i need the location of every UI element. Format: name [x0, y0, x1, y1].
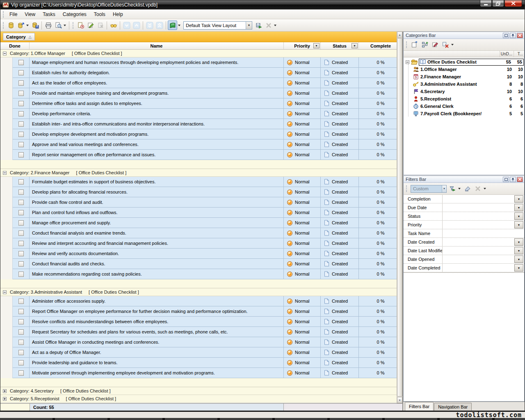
move-down-button[interactable]	[122, 21, 131, 30]
status-cell[interactable]: Created	[321, 358, 359, 368]
task-name-cell[interactable]: Provide and maintain employee training a…	[30, 88, 284, 98]
task-name-cell[interactable]: Provide leadership and guidance to teams…	[30, 358, 284, 368]
edit-task-button[interactable]	[86, 21, 95, 30]
status-cell[interactable]: Created	[321, 249, 359, 259]
collapse-icon[interactable]	[3, 290, 7, 294]
collapse-icon[interactable]	[3, 171, 7, 175]
save-filter-dropdown-icon[interactable]	[458, 188, 461, 189]
categories-pin-button[interactable]	[510, 33, 516, 38]
save-layout-button[interactable]	[254, 21, 263, 30]
task-checkbox[interactable]	[18, 360, 24, 365]
filters-close-button[interactable]	[517, 177, 523, 182]
task-name-cell[interactable]: Assist Office Manager in conducting meet…	[30, 337, 284, 347]
priority-cell[interactable]: Normal	[284, 327, 321, 337]
task-checkbox[interactable]	[18, 241, 24, 246]
column-header-complete[interactable]: Complete	[359, 42, 402, 49]
task-checkbox[interactable]	[18, 350, 24, 355]
categories-close-button[interactable]	[517, 33, 523, 38]
task-name-cell[interactable]: Conduct financial analysis and examine t…	[30, 228, 284, 238]
status-cell[interactable]: Created	[321, 337, 359, 347]
categories-float-button[interactable]	[503, 33, 509, 38]
task-name-cell[interactable]: Determine office tasks and assign duties…	[30, 98, 284, 109]
task-row[interactable]: Provide and maintain employee training a…	[0, 88, 402, 98]
task-name-cell[interactable]: Make recommendations regarding cost savi…	[30, 269, 284, 279]
filter-dropdown-icon[interactable]: ▼	[514, 247, 523, 254]
move-bottom-button[interactable]	[145, 21, 154, 30]
priority-cell[interactable]: Normal	[284, 337, 321, 347]
priority-cell[interactable]: Normal	[284, 368, 321, 378]
status-cell[interactable]: Created	[321, 238, 359, 249]
task-row[interactable]: Make recommendations regarding cost savi…	[0, 269, 402, 279]
priority-cell[interactable]: Normal	[284, 197, 321, 208]
filters-pin-button[interactable]	[510, 177, 516, 182]
status-cell[interactable]: Created	[321, 208, 359, 218]
expand-icon[interactable]	[3, 397, 7, 401]
task-checkbox[interactable]	[18, 220, 24, 226]
delete-category-button[interactable]	[441, 40, 450, 50]
task-row[interactable]: Request Secretary for schedules and plan…	[0, 327, 402, 337]
status-cell[interactable]: Created	[321, 98, 359, 109]
view-tasks-button[interactable]	[109, 21, 118, 30]
task-row[interactable]: Develop performance criteria.NormalCreat…	[0, 109, 402, 119]
category-sort-button[interactable]: Category △	[3, 33, 35, 41]
priority-cell[interactable]: Normal	[284, 78, 321, 88]
priority-cell[interactable]: Normal	[284, 98, 321, 109]
new-database-button[interactable]	[6, 21, 16, 30]
task-name-cell[interactable]: Develop plans for allocating financial r…	[30, 187, 284, 197]
task-checkbox[interactable]	[18, 251, 24, 256]
status-cell[interactable]: Created	[321, 68, 359, 78]
task-checkbox[interactable]	[18, 370, 24, 376]
tree-category-row[interactable]: 6.General Clerk66	[404, 103, 524, 110]
task-row[interactable]: Review and interpret accounting and fina…	[0, 238, 402, 249]
tree-category-row[interactable]: 1.Office Manager1010	[404, 66, 524, 73]
layout-combo[interactable]: Default Task View Layout ▼	[183, 21, 252, 30]
title-bar[interactable]: Vip organizer [C:\Users\dmitry\Desktop\O…	[0, 0, 525, 9]
task-name-cell[interactable]: Provide cash flow control and audit.	[30, 197, 284, 208]
column-header-priority[interactable]: Priority▼	[284, 42, 321, 49]
task-name-cell[interactable]: Approve and lead various meetings and co…	[30, 139, 284, 150]
task-name-cell[interactable]: Review and verify accounts documentation…	[30, 249, 284, 259]
category-group-row[interactable]: Category: 1.Office Manager[ Office Dutie…	[0, 50, 402, 57]
filter-value-field[interactable]	[443, 238, 514, 246]
column-header-name[interactable]: Name	[30, 42, 284, 49]
priority-cell[interactable]: Normal	[284, 68, 321, 78]
task-name-cell[interactable]: Formulate budget estimates in support of…	[30, 177, 284, 187]
task-row[interactable]: Provide leadership and guidance to teams…	[0, 358, 402, 368]
categories-overflow-icon[interactable]	[451, 44, 454, 46]
task-row[interactable]: Approve and lead various meetings and co…	[0, 139, 402, 150]
filter-dropdown-icon[interactable]: ▼	[514, 264, 523, 272]
priority-cell[interactable]: Normal	[284, 150, 321, 160]
tab-filters-bar[interactable]: Filters Bar	[405, 402, 434, 411]
status-cell[interactable]: Created	[321, 259, 359, 269]
task-checkbox[interactable]	[18, 210, 24, 215]
filter-dropdown-icon[interactable]: ▼	[514, 238, 523, 246]
status-cell[interactable]: Created	[321, 296, 359, 306]
save-filter-button[interactable]	[447, 184, 457, 194]
priority-cell[interactable]: Normal	[284, 317, 321, 327]
task-name-cell[interactable]: Plan and control fund inflows and outflo…	[30, 208, 284, 218]
task-row[interactable]: Administer office accessories supply.Nor…	[0, 296, 402, 306]
task-row[interactable]: Report Office Manager on employee perfor…	[0, 306, 402, 317]
filter-value-field[interactable]	[443, 221, 514, 229]
task-checkbox[interactable]	[18, 309, 24, 314]
filter-preset-dropdown-icon[interactable]: ▼	[442, 185, 446, 192]
task-checkbox[interactable]	[18, 319, 24, 324]
delete-layout-button[interactable]	[264, 21, 273, 30]
menu-item-file[interactable]: File	[6, 10, 21, 18]
priority-cell[interactable]: Normal	[284, 249, 321, 259]
clear-filter-button[interactable]	[463, 184, 472, 194]
task-row[interactable]: Establish inter- and intra-office commun…	[0, 119, 402, 129]
status-cell[interactable]: Created	[321, 327, 359, 337]
status-cell[interactable]: Created	[321, 269, 359, 279]
task-name-cell[interactable]: Act as a deputy of Office Manager.	[30, 347, 284, 358]
new-category-button[interactable]	[420, 40, 429, 50]
status-cell[interactable]: Created	[321, 228, 359, 238]
task-row[interactable]: Determine office tasks and assign duties…	[0, 98, 402, 109]
tree-category-row[interactable]: 5.Receptionist66	[404, 95, 524, 103]
category-group-row[interactable]: Category: 5.Receptionist[ Office Duties …	[0, 395, 402, 403]
scrollbar-thumb[interactable]	[397, 38, 402, 397]
task-row[interactable]: Report senior management on office perfo…	[0, 150, 402, 160]
category-group-row[interactable]: Category: 4.Secretary[ Office Duties Che…	[0, 387, 402, 395]
menu-item-help[interactable]: Help	[109, 10, 127, 18]
category-group-row[interactable]: Category: 2.Finance Manager[ Office Duti…	[0, 169, 402, 177]
